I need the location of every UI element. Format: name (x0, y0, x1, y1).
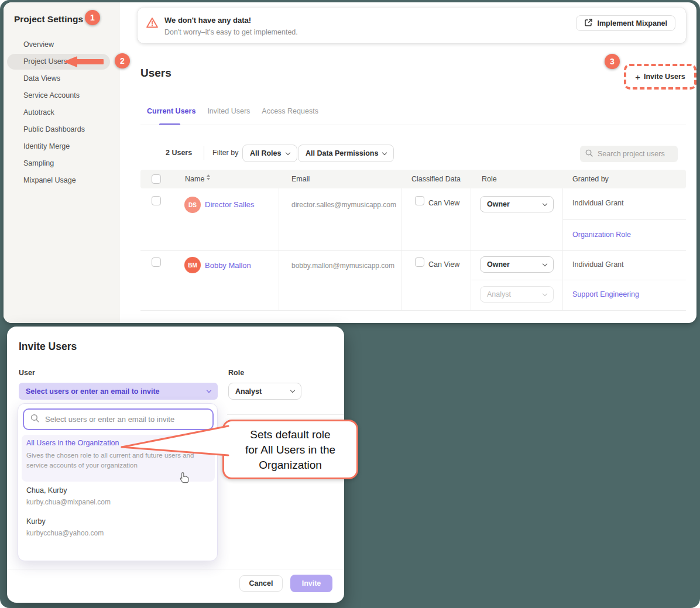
search-icon (30, 413, 40, 425)
plus-icon: + (635, 72, 640, 82)
hand-cursor-icon (179, 472, 190, 486)
data-permissions-filter-dropdown[interactable]: All Data Permissions (298, 145, 394, 162)
sub-row-divider (562, 219, 686, 220)
row-checkbox[interactable] (152, 257, 161, 267)
tabs-divider (140, 125, 686, 125)
screenshot-canvas: Project Settings Overview Project Users … (0, 0, 700, 608)
table-header: Name Email Classified Data Role Granted … (140, 170, 686, 188)
users-table: Name Email Classified Data Role Granted … (140, 170, 686, 310)
filter-divider (204, 146, 204, 160)
role-select[interactable]: Owner (480, 196, 554, 212)
form-divider (227, 414, 344, 415)
option-user-name[interactable]: Kurby (26, 517, 46, 525)
sidebar-item-mixpanel-usage[interactable]: Mixpanel Usage (4, 172, 120, 189)
select-all-checkbox[interactable] (152, 174, 161, 184)
implement-mixpanel-button[interactable]: Implement Mixpanel (576, 15, 675, 31)
step-badge-3: 3 (605, 54, 620, 69)
callout-line: Organization (224, 458, 356, 473)
callout-line: Sets default role (224, 427, 356, 442)
granted-by-text: Individual Grant (572, 260, 624, 269)
col-header-name: Name (185, 175, 204, 183)
search-input[interactable] (598, 150, 671, 158)
callout-bubble: Sets default role for All Users in the O… (222, 420, 358, 479)
sidebar-item-service-accounts[interactable]: Service Accounts (4, 87, 120, 104)
can-view-checkbox[interactable] (415, 257, 424, 267)
col-header-classified: Classified Data (411, 175, 461, 183)
user-count: 2 Users (166, 149, 192, 157)
tab-invited-users[interactable]: Invited Users (207, 107, 250, 115)
modal-title: Invite Users (19, 341, 77, 353)
granted-by-text: Individual Grant (572, 199, 624, 207)
user-email: bobby.mallon@mymusicapp.com (291, 262, 394, 270)
user-field-label: User (19, 369, 35, 377)
users-tabs: Current Users Invited Users Access Reque… (147, 107, 318, 115)
option-user-name[interactable]: Chua, Kurby (26, 486, 67, 494)
warning-icon (146, 17, 159, 31)
role-select-dropdown[interactable]: Analyst (228, 383, 301, 400)
user-email: director.salles@mymusicapp.com (291, 201, 396, 209)
role-select[interactable]: Owner (480, 256, 554, 273)
user-name-link[interactable]: Bobby Mallon (205, 261, 251, 270)
sidebar-item-identity-merge[interactable]: Identity Merge (4, 138, 120, 155)
banner-title: We don't have any data! (164, 16, 251, 25)
chevron-down-icon (382, 150, 387, 154)
can-view-label: Can View (428, 199, 459, 207)
all-users-link[interactable]: All Users in the Organization (26, 439, 119, 447)
modal-footer-divider (7, 569, 344, 569)
sort-icon[interactable] (207, 174, 210, 180)
filter-by-label: Filter by (212, 149, 238, 157)
tab-access-requests[interactable]: Access Requests (262, 107, 318, 115)
organization-role-link[interactable]: Organization Role (572, 231, 631, 239)
can-view-label: Can View (428, 260, 459, 269)
chevron-down-icon (285, 150, 290, 154)
option-user-email: kurbycchua@yahoo.com (26, 529, 104, 537)
chevron-down-icon (543, 201, 547, 205)
invite-button[interactable]: Invite (290, 575, 332, 592)
user-name-link[interactable]: Director Salles (205, 200, 255, 209)
sidebar-item-overview[interactable]: Overview (4, 36, 120, 53)
can-view-checkbox[interactable] (415, 196, 424, 205)
search-icon (585, 149, 593, 160)
invite-users-button[interactable]: + Invite Users (624, 64, 696, 90)
project-settings-panel: Project Settings Overview Project Users … (4, 2, 696, 323)
column-divider (471, 188, 471, 310)
sidebar-item-autotrack[interactable]: Autotrack (4, 104, 120, 121)
row-divider (140, 250, 686, 251)
row-checkbox[interactable] (152, 196, 161, 205)
settings-sidebar: Project Settings Overview Project Users … (4, 2, 120, 323)
sub-row-divider (471, 280, 686, 280)
external-link-icon (584, 18, 593, 29)
invite-users-label: Invite Users (644, 73, 685, 81)
sidebar-item-public-dashboards[interactable]: Public Dashboards (4, 121, 120, 138)
chevron-down-icon (207, 388, 211, 393)
no-data-banner: We don't have any data! Don't worry–it's… (138, 8, 686, 43)
roles-filter-dropdown[interactable]: All Roles (242, 145, 297, 162)
callout-tail (116, 418, 231, 473)
chevron-down-icon (543, 291, 547, 296)
col-header-email: Email (291, 175, 310, 183)
step-badge-1: 1 (85, 10, 100, 25)
sidebar-item-project-users[interactable]: Project Users (4, 53, 120, 70)
step-badge-2: 2 (115, 53, 130, 68)
cancel-button[interactable]: Cancel (239, 575, 283, 592)
implement-mixpanel-label: Implement Mixpanel (598, 19, 667, 28)
sidebar-item-sampling[interactable]: Sampling (4, 155, 120, 172)
role-select-disabled: Analyst (480, 286, 554, 303)
chevron-down-icon (290, 388, 295, 393)
col-header-granted-by: Granted by (572, 175, 609, 183)
annotation-arrow-icon (64, 56, 104, 74)
search-project-users (580, 146, 678, 162)
avatar: DS (184, 197, 201, 213)
sidebar-nav: Overview Project Users Data Views Servic… (4, 36, 120, 189)
column-divider (562, 188, 563, 310)
sidebar-title: Project Settings (14, 14, 83, 25)
column-divider (279, 188, 279, 310)
column-divider (402, 188, 402, 310)
callout-line: for All Users in the (224, 442, 356, 458)
support-engineering-link[interactable]: Support Engineering (572, 290, 639, 298)
option-user-email: kurby.chua@mixpanel.com (26, 498, 111, 506)
row-divider (140, 310, 686, 311)
user-select-dropdown[interactable]: Select users or enter an email to invite (19, 383, 218, 400)
tab-current-users[interactable]: Current Users (147, 107, 195, 115)
col-header-role: Role (482, 175, 497, 183)
